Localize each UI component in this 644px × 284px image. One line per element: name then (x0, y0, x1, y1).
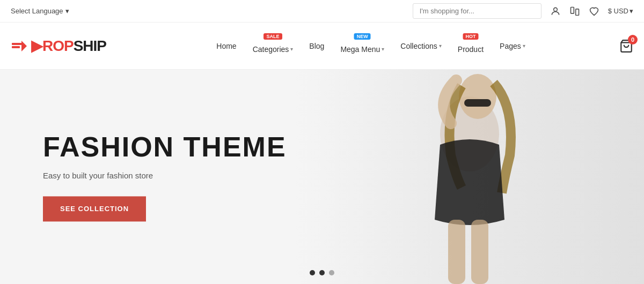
new-badge: NEW (354, 33, 371, 40)
top-bar-right: $ USD ▾ (413, 3, 633, 19)
svg-rect-13 (471, 220, 488, 284)
search-wrap (413, 3, 541, 19)
search-input[interactable] (413, 3, 541, 19)
svg-rect-4 (575, 9, 579, 15)
hero-title: FASHION THEME (43, 132, 287, 162)
nav-item-mega-menu[interactable]: NEW Mega Menu ▾ (333, 34, 392, 58)
dot-1[interactable] (310, 270, 315, 275)
hero-content: FASHION THEME Easy to built your fashion… (43, 132, 287, 221)
hot-badge: HOT (463, 33, 478, 40)
svg-point-11 (459, 74, 496, 119)
dot-2[interactable] (319, 270, 325, 275)
svg-rect-14 (464, 99, 491, 107)
chevron-collections: ▾ (439, 43, 442, 49)
logo-text-ship: SHIP (74, 38, 106, 55)
hero-subtitle: Easy to built your fashion store (43, 171, 287, 181)
dot-3[interactable] (329, 270, 334, 275)
nav-label-collections: Collections (400, 42, 437, 50)
currency-selector[interactable]: $ USD ▾ (608, 7, 633, 15)
currency-label: $ USD (608, 7, 628, 15)
language-selector[interactable]: Select Language ▾ (11, 7, 69, 15)
logo-arrow-icon (11, 38, 28, 55)
nav-label-product: Product (458, 45, 484, 54)
hero-image (295, 70, 644, 284)
svg-rect-6 (12, 46, 20, 48)
nav-item-blog[interactable]: Blog (302, 38, 332, 55)
nav-label-home: Home (216, 42, 236, 50)
compare-button[interactable] (569, 6, 580, 17)
logo-icon (11, 38, 28, 55)
cart-count: 0 (628, 35, 638, 44)
nav-item-home[interactable]: Home (209, 38, 244, 55)
nav-label-pages: Pages (500, 42, 521, 50)
logo-text-drop: ▶ROP (31, 37, 74, 55)
nav-item-pages[interactable]: Pages ▾ (492, 38, 533, 55)
language-chevron: ▾ (65, 7, 69, 15)
hero-dots (310, 270, 334, 275)
svg-marker-7 (21, 41, 27, 51)
nav-item-product[interactable]: HOT Product (450, 34, 491, 58)
nav-item-categories[interactable]: SALE Categories ▾ (245, 34, 301, 58)
chevron-pages: ▾ (523, 43, 525, 49)
currency-chevron: ▾ (630, 7, 633, 15)
nav-label-mega-menu: Mega Menu (340, 45, 380, 54)
cart-button[interactable]: 0 (619, 39, 633, 53)
top-bar: Select Language ▾ (0, 0, 644, 23)
account-button[interactable] (550, 6, 561, 17)
logo[interactable]: ▶ROP SHIP (11, 37, 106, 55)
svg-rect-12 (448, 220, 465, 284)
nav-label-categories: Categories (253, 45, 289, 54)
svg-rect-3 (570, 7, 574, 13)
wishlist-button[interactable] (589, 6, 599, 17)
compare-icon (569, 6, 580, 17)
language-label: Select Language (11, 7, 63, 15)
svg-point-2 (553, 8, 557, 11)
nav-item-collections[interactable]: Collections ▾ (393, 38, 449, 55)
see-collection-button[interactable]: SEE COLLECTION (43, 197, 146, 222)
main-nav: Home SALE Categories ▾ Blog NEW Mega Men… (128, 34, 614, 58)
header: ▶ROP SHIP Home SALE Categories ▾ Blog NE… (0, 23, 644, 70)
chevron-mega-menu: ▾ (382, 46, 384, 52)
user-icon (550, 6, 561, 17)
hero-figure (295, 70, 644, 284)
chevron-categories: ▾ (290, 46, 293, 52)
sale-badge: SALE (264, 33, 282, 40)
nav-label-blog: Blog (309, 42, 324, 50)
hero-section: FASHION THEME Easy to built your fashion… (0, 70, 644, 284)
heart-icon (589, 6, 599, 17)
svg-rect-5 (12, 43, 23, 45)
